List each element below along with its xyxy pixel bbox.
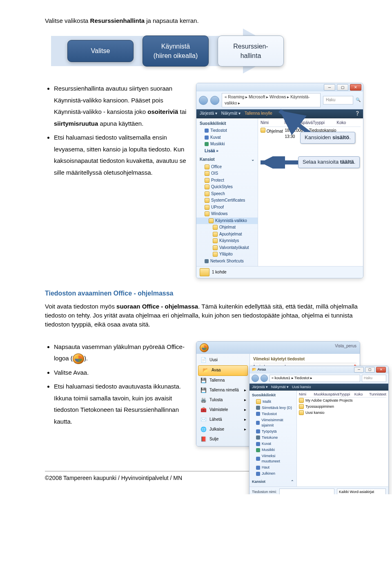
office-orb-icon[interactable] [200,343,209,352]
intro-line: Valitse valikosta Resurssienhallinta ja … [45,16,363,25]
toolbar-views[interactable]: Näkymät ▾ [221,111,241,117]
step-3-line2: hallinta [241,52,261,59]
forward-icon[interactable] [261,375,268,382]
chevron-right-icon: ▸ [244,407,246,413]
chevron-right-icon: ▸ [244,397,246,403]
intro-prefix: Valitse valikosta [45,17,90,24]
music-icon [256,448,260,452]
menu-uusi[interactable]: 📄Uusi [196,355,249,365]
column-headers[interactable]: NimiMuokkauspäiväTyyppiKokoTunnisteet [299,392,386,398]
callout-arrow-icon [257,156,302,169]
close-icon[interactable]: ✕ [376,367,386,373]
folder-icon [299,410,304,415]
paragraph-2: Voit avata tiedoston myös suoraan Office… [45,302,363,329]
menu-tallenna-nimella[interactable]: 💾Tallenna nimellä▸ [196,386,249,395]
footer-copyright: ©2008 Tampereen kaupunki / Hyvinvointipa… [45,474,182,482]
chevron-right-icon: ▸ [244,417,246,423]
documents-icon [256,412,260,416]
navigation-pane[interactable]: Suosikkilinkit Tiedostot Kuvat Musiikki … [196,118,258,267]
menu-tulosta[interactable]: 🖨️Tulosta▸ [196,395,249,405]
address-bar[interactable]: « Roaming ▸ Microsoft ▸ Windows ▸ Käynni… [222,93,321,107]
pictures-icon [256,442,260,446]
bullet-2: Etsi haluamasi tiedosto valitsemalla ens… [54,132,188,178]
folder-icon [213,238,218,243]
folder-icon [209,218,214,223]
folder-icon [205,198,209,203]
folder-icon [205,211,209,216]
menu-sulje[interactable]: 📕Sulje [196,435,249,444]
step-2-line1: Käynnistä [161,43,190,50]
maximize-icon[interactable]: ▢ [365,367,375,373]
folder-icon [299,404,304,409]
list-item[interactable]: My Adobe Captivate Projects [299,398,386,404]
help-icon[interactable]: ❔ [355,111,360,117]
folder-icon [213,252,218,257]
print-icon: 🖨️ [200,397,207,404]
back-icon[interactable] [252,375,259,382]
search-box[interactable]: Haku [323,96,353,104]
intro-suffix: ja napsauta kerran. [145,17,199,24]
publish-icon: 🌐 [200,426,207,433]
bullet-list-2: Napsauta vasemman yläkulman pyöreää Offi… [45,341,188,428]
close-icon[interactable]: ✕ [350,84,361,91]
open-dialog-icon: 📂 [252,367,256,371]
folder-icon [213,225,218,230]
menu-avaa[interactable]: 📂Avaa [198,365,248,376]
open-dialog: 📂 Avaa ─ ▢ ✕ « koulutus1 ▸ Tiedostot ▸ H… [249,366,389,494]
list-item[interactable]: Uusi kansio [299,410,386,416]
address-bar[interactable]: « koulutus1 ▸ Tiedostot ▸ [270,375,360,382]
bullet-1: Resurssienhallinta avautuu siirtyen suor… [54,83,188,129]
file-list-pane[interactable]: NimiMuokkauspäiväTyyppiKokoTunnisteet My… [297,391,388,487]
forward-icon[interactable] [210,96,219,105]
toolbar-organize[interactable]: Järjestä ▾ [200,111,217,117]
chevron-up-icon: ⌃ [291,479,294,484]
folder-icon [205,191,209,196]
minimize-icon[interactable]: ─ [354,367,364,373]
save-icon: 💾 [200,377,207,384]
search-icon: 🔍 [356,97,361,103]
folder-icon [299,398,304,403]
search-box[interactable]: Haku [362,375,386,382]
toolbar-save-to-disk[interactable]: Tallenna levylle [245,111,272,117]
templates-icon [256,399,261,404]
minimize-icon[interactable]: ─ [324,84,335,91]
callout-content: Kansioiden sisältö. [300,132,355,144]
filename-input[interactable] [279,489,334,494]
list-item[interactable]: Tyossaoppiminen [299,404,386,410]
back-icon[interactable] [199,96,208,105]
step-2-line2: (hiiren oikealla) [154,52,198,59]
toolbar-new-folder[interactable]: Uusi kansio [292,384,311,390]
folder-icon [205,171,209,176]
filename-label: Tiedoston nimi: [252,489,277,494]
callout-browse: Selaa kansioita täältä. [298,156,360,168]
bullet-logo: Napsauta vasemman yläkulman pyöreää Offi… [54,341,188,364]
file-filter-dropdown[interactable]: Kaikki Word-asiakirjat [337,489,386,494]
open-icon: 📂 [202,367,209,374]
maximize-icon[interactable]: ▢ [337,84,348,91]
folders-header[interactable]: Kansiot⌃ [249,478,296,485]
recently-changed-icon [256,457,260,461]
new-icon: 📄 [200,357,207,364]
network-icon [205,259,209,263]
step-3-line1: Resurssien- [233,43,268,50]
prepare-icon: 🧰 [200,407,207,414]
menu-julkaise[interactable]: 🌐Julkaise▸ [196,425,249,435]
folder-icon [261,128,265,133]
menu-tallenna[interactable]: 💾Tallenna [196,376,249,386]
folder-icon [213,232,218,237]
toolbar-organize[interactable]: Järjestä ▾ [252,384,268,390]
nav-folders-header[interactable]: Kansiot⌄ [196,156,258,164]
menu-valmistele[interactable]: 🧰Valmistele▸ [196,405,249,415]
navigation-pane[interactable]: Suosikkilinkit Mallit Siirrettävä levy (… [249,391,297,487]
step-1-card: Valitse [67,40,134,62]
save-as-icon: 💾 [200,387,207,394]
chevron-down-icon: ⌄ [251,157,254,163]
chevron-right-icon: ▸ [244,387,246,393]
menu-laheta[interactable]: ✉️Lähetä▸ [196,415,249,425]
folder-icon [213,245,218,250]
toolbar-views[interactable]: Näkymät ▾ [271,384,289,390]
bullet-avaa: Valitse Avaa. [54,367,188,379]
office-orb-icon [73,353,84,364]
bullet-search-file: Etsi haluamasi tiedosto avautuvasta ikku… [54,381,188,427]
step-2-card: Käynnistä (hiiren oikealla) [143,36,209,67]
